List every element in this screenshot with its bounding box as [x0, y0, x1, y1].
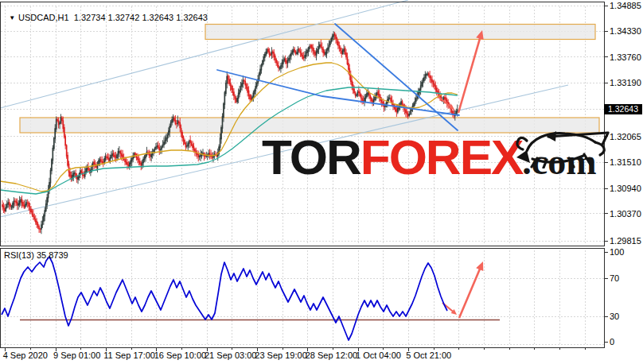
candle-body [244, 80, 245, 82]
candle-body [287, 60, 289, 63]
candle-body [236, 98, 237, 102]
candle-body [347, 57, 349, 64]
candle-body [379, 94, 380, 98]
candle-body [105, 156, 107, 160]
candle-body [220, 137, 221, 148]
candle-body [261, 64, 263, 70]
candle-body [170, 122, 172, 127]
candle-body [121, 153, 123, 157]
time-axis-label: 9 Sep 01:00 [53, 350, 100, 360]
candle-body [251, 98, 252, 100]
time-axis-label: 5 Oct 21:00 [406, 350, 451, 360]
candle-body [118, 151, 119, 155]
candle-body [157, 145, 158, 147]
candle-body [306, 50, 308, 53]
rsi-axis-label: 0 [610, 337, 614, 347]
candle-body [267, 48, 269, 52]
candle-body [325, 52, 326, 55]
candle-body [168, 130, 170, 135]
candle-body [177, 120, 179, 124]
candle-body [171, 119, 173, 123]
candle-body [100, 159, 102, 161]
candle-body [192, 144, 193, 148]
candle-body [68, 164, 70, 172]
time-axis-label: 28 Sep 12:00 [306, 350, 357, 360]
projection-arrow[interactable] [458, 34, 481, 113]
rsi-axis-label: 30 [610, 312, 619, 321]
candle-body [295, 51, 297, 54]
candle-body [308, 48, 310, 52]
candle-body [365, 95, 367, 99]
candle-body [283, 60, 284, 64]
symbol-dropdown-icon[interactable]: ▼ [9, 14, 15, 21]
candle-body [163, 141, 165, 145]
candle-body [72, 172, 74, 176]
candle-body [296, 52, 298, 54]
candle-body [220, 127, 222, 139]
candle-body [278, 65, 279, 68]
candle-body [282, 63, 283, 67]
candle-body [74, 172, 76, 174]
candle-body [113, 153, 115, 156]
candle-body [329, 45, 330, 48]
candle-body [275, 59, 277, 63]
candle-body [233, 91, 235, 96]
price-axis-label: 1.33190 [610, 78, 641, 87]
candle-body [407, 111, 408, 114]
candle-body [38, 226, 40, 229]
rsi-projection-arrow[interactable] [459, 265, 481, 318]
candle-body [322, 47, 323, 50]
candle-body [396, 109, 398, 112]
candle-body [358, 91, 360, 93]
candle-body [390, 98, 392, 102]
candle-body [42, 220, 44, 225]
candle-body [193, 146, 195, 150]
candle-body [231, 86, 232, 91]
candle-body [128, 165, 130, 167]
candle-body [324, 52, 325, 55]
candle-body [374, 97, 376, 100]
candle-body [137, 157, 138, 160]
candle-body [187, 143, 189, 146]
rsi-line [2, 257, 447, 340]
candle-body [293, 49, 294, 52]
price-axis-label: 1.29815 [610, 236, 641, 246]
candle-body [24, 205, 25, 208]
candle-body [176, 123, 177, 124]
candle-body [285, 58, 286, 62]
candle-body [246, 84, 247, 89]
candle-body [228, 76, 229, 79]
candle-body [11, 207, 13, 208]
candle-body [30, 209, 32, 213]
candle-body [317, 49, 318, 53]
candle-body [185, 143, 187, 148]
candle-body [184, 140, 185, 144]
candle-body [33, 214, 34, 217]
candle-body [294, 48, 295, 52]
candle-body [158, 147, 160, 150]
candle-body [244, 81, 246, 86]
candle-body [53, 137, 55, 149]
candle-body [21, 199, 23, 203]
current-price-badge: 1.32643 [604, 104, 642, 114]
candle-body [173, 118, 175, 121]
candle-body [332, 36, 333, 40]
candle-body [264, 54, 266, 58]
candle-body [256, 83, 258, 87]
candle-body [426, 74, 427, 76]
candle-body [413, 103, 415, 107]
candle-body [348, 63, 349, 70]
candle-body [434, 83, 435, 87]
resistance-zone[interactable] [205, 25, 595, 40]
candle-body [319, 45, 321, 48]
candle-body [200, 154, 201, 157]
candle-body [22, 202, 24, 206]
candle-body [181, 128, 182, 134]
candle-body [407, 114, 409, 117]
candle-body [2, 204, 3, 207]
candle-body [119, 151, 120, 153]
candle-body [316, 51, 318, 56]
candle-body [126, 161, 127, 165]
candle-body [290, 52, 292, 56]
candle-body [169, 126, 170, 133]
